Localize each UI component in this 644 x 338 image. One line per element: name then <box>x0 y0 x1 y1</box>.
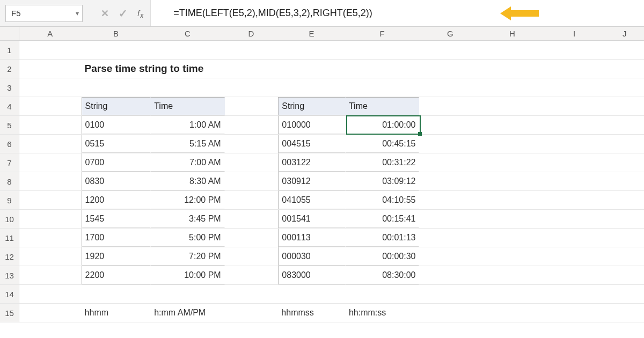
cell-C15[interactable]: h:mm AM/PM <box>151 304 225 322</box>
cell-B15[interactable]: hhmm <box>82 304 151 322</box>
cell-E10[interactable]: 001541 <box>278 210 346 228</box>
cell-C5[interactable]: 1:00 AM <box>151 116 225 134</box>
formula-input[interactable]: =TIME(LEFT(E5,2),MID(E5,3,2),RIGHT(E5,2)… <box>150 0 644 26</box>
cell-I15[interactable] <box>544 304 606 322</box>
chevron-down-icon[interactable]: ▾ <box>76 10 79 17</box>
cell-J15[interactable] <box>605 304 644 322</box>
cell-I8[interactable] <box>544 172 606 190</box>
cell-H1[interactable] <box>481 41 544 59</box>
cell-H14[interactable] <box>481 285 544 303</box>
cell-B9[interactable]: 1200 <box>82 191 151 209</box>
cell-F11[interactable]: 00:01:13 <box>346 229 420 247</box>
cell-I14[interactable] <box>544 285 606 303</box>
cell-I11[interactable] <box>544 229 606 247</box>
fx-icon[interactable]: fx <box>137 9 144 18</box>
col-head-E[interactable]: E <box>278 27 346 40</box>
cell-D13[interactable] <box>225 266 279 284</box>
cell-D8[interactable] <box>225 172 279 190</box>
cell-I9[interactable] <box>544 191 606 209</box>
cell-J14[interactable] <box>605 285 644 303</box>
col-head-G[interactable]: G <box>419 27 481 40</box>
cell-F5[interactable]: 01:00:00 <box>346 116 420 134</box>
cell-A4[interactable] <box>19 97 82 115</box>
cell-J12[interactable] <box>605 247 644 266</box>
cell-J2[interactable] <box>605 60 644 78</box>
cell-A12[interactable] <box>19 247 82 266</box>
cell-G5[interactable] <box>419 116 481 134</box>
cell-E4[interactable]: String <box>278 97 346 115</box>
cell-B10[interactable]: 1545 <box>82 210 151 228</box>
cell-B11[interactable]: 1700 <box>82 229 151 247</box>
cell-E11[interactable]: 000113 <box>278 229 346 247</box>
select-all-corner[interactable] <box>0 27 19 40</box>
cell-B4[interactable]: String <box>82 97 151 115</box>
cell-A13[interactable] <box>19 266 82 284</box>
cell-D11[interactable] <box>225 229 279 247</box>
cell-F13[interactable]: 08:30:00 <box>346 266 420 284</box>
cell-F1[interactable] <box>346 41 420 59</box>
cell-B6[interactable]: 0515 <box>82 135 151 153</box>
cell-C13[interactable]: 10:00 PM <box>151 266 225 284</box>
cell-B8[interactable]: 0830 <box>82 172 151 190</box>
cell-B1[interactable] <box>82 41 151 59</box>
cell-G3[interactable] <box>419 78 481 97</box>
cell-F6[interactable]: 00:45:15 <box>346 135 420 153</box>
row-head-4[interactable]: 4 <box>0 97 19 115</box>
cell-C6[interactable]: 5:15 AM <box>151 135 225 153</box>
row-head-8[interactable]: 8 <box>0 172 19 190</box>
cell-J9[interactable] <box>605 191 644 209</box>
cell-F15[interactable]: hh:mm:ss <box>346 304 420 322</box>
col-head-H[interactable]: H <box>481 27 544 40</box>
cell-B12[interactable]: 1920 <box>82 247 151 266</box>
row-head-9[interactable]: 9 <box>0 191 19 209</box>
cell-E13[interactable]: 083000 <box>278 266 346 284</box>
cell-G12[interactable] <box>419 247 481 266</box>
cell-D12[interactable] <box>225 247 279 266</box>
cell-F10[interactable]: 00:15:41 <box>346 210 420 228</box>
cell-I2[interactable] <box>544 60 606 78</box>
cell-G11[interactable] <box>419 229 481 247</box>
cell-H13[interactable] <box>481 266 544 284</box>
cell-G9[interactable] <box>419 191 481 209</box>
row-head-5[interactable]: 5 <box>0 116 19 134</box>
cell-F7[interactable]: 00:31:22 <box>346 153 420 172</box>
cell-D9[interactable] <box>225 191 279 209</box>
cell-D3[interactable] <box>225 78 279 97</box>
cell-J11[interactable] <box>605 229 644 247</box>
cell-A15[interactable] <box>19 304 82 322</box>
col-head-I[interactable]: I <box>544 27 606 40</box>
cell-A9[interactable] <box>19 191 82 209</box>
row-head-10[interactable]: 10 <box>0 210 19 228</box>
cell-C11[interactable]: 5:00 PM <box>151 229 225 247</box>
cell-B3[interactable] <box>82 78 151 97</box>
cell-D1[interactable] <box>225 41 279 59</box>
cell-E7[interactable]: 003122 <box>278 153 346 172</box>
cell-J3[interactable] <box>605 78 644 97</box>
cell-J7[interactable] <box>605 153 644 172</box>
cell-D15[interactable] <box>225 304 279 322</box>
cell-G10[interactable] <box>419 210 481 228</box>
cell-G13[interactable] <box>419 266 481 284</box>
row-head-15[interactable]: 15 <box>0 304 19 322</box>
cell-G7[interactable] <box>419 153 481 172</box>
cell-D14[interactable] <box>225 285 279 303</box>
cell-D5[interactable] <box>225 116 279 134</box>
row-head-2[interactable]: 2 <box>0 60 19 78</box>
cell-H6[interactable] <box>481 135 544 153</box>
row-head-1[interactable]: 1 <box>0 41 19 59</box>
cell-A1[interactable] <box>19 41 82 59</box>
cell-I1[interactable] <box>544 41 606 59</box>
cell-E15[interactable]: hhmmss <box>278 304 346 322</box>
cell-F8[interactable]: 03:09:12 <box>346 172 420 190</box>
cell-J8[interactable] <box>605 172 644 190</box>
cell-F4[interactable]: Time <box>346 97 420 115</box>
cell-E8[interactable]: 030912 <box>278 172 346 190</box>
cell-A2[interactable] <box>19 60 82 78</box>
cancel-icon[interactable]: ✕ <box>101 9 109 18</box>
cell-I7[interactable] <box>544 153 606 172</box>
cell-I4[interactable] <box>544 97 606 115</box>
cell-E5[interactable]: 010000 <box>278 116 346 134</box>
confirm-icon[interactable]: ✓ <box>119 8 128 19</box>
cell-E6[interactable]: 004515 <box>278 135 346 153</box>
cell-E1[interactable] <box>278 41 346 59</box>
